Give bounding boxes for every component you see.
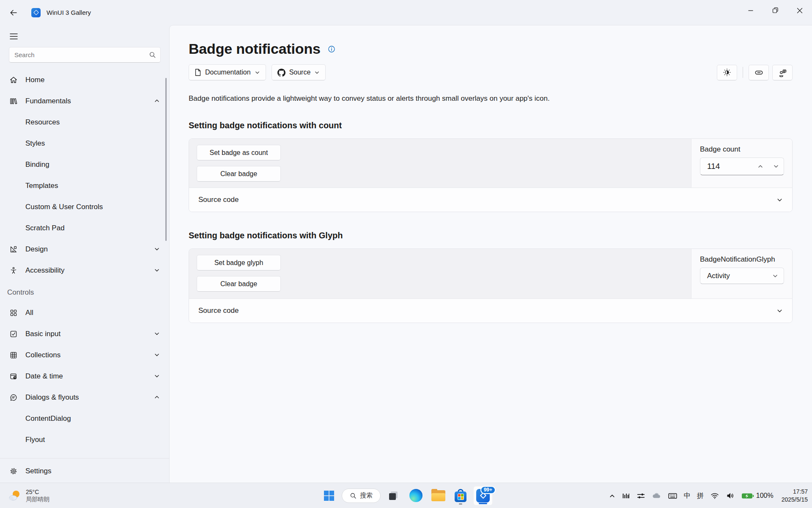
glyph-example-card: Set badge glyph Clear badge BadgeNotific… xyxy=(189,248,793,323)
clear-badge-button[interactable]: Clear badge xyxy=(197,166,281,182)
sidebar-item-styles[interactable]: Styles xyxy=(5,134,166,153)
sidebar-item-label: Styles xyxy=(25,139,45,148)
chevron-down-icon xyxy=(776,308,783,314)
sidebar-item-accessibility[interactable]: Accessibility xyxy=(5,261,166,280)
start-button[interactable] xyxy=(319,486,339,505)
battery-percent: 100% xyxy=(756,492,774,500)
sidebar-item-label: Home xyxy=(25,76,44,84)
sidebar-item-label: Basic input xyxy=(25,330,60,338)
accessibility-icon xyxy=(9,266,18,275)
feedback-button[interactable] xyxy=(772,65,793,80)
sidebar-item-label: Binding xyxy=(25,160,49,169)
sidebar-item-binding[interactable]: Binding xyxy=(5,155,166,174)
sidebar-item-label: ContentDialog xyxy=(25,414,71,423)
clock[interactable]: 17:57 2025/5/15 xyxy=(780,488,808,504)
count-source-code-expander[interactable]: Source code xyxy=(189,188,792,212)
sidebar-item-flyout[interactable]: Flyout xyxy=(5,430,166,450)
grid-icon xyxy=(9,351,18,359)
chevron-down-icon[interactable] xyxy=(154,373,160,379)
chevron-down-icon[interactable] xyxy=(154,331,160,337)
windows-logo-icon xyxy=(324,490,335,501)
clear-badge-button[interactable]: Clear badge xyxy=(197,276,281,292)
battery-icon xyxy=(741,492,754,500)
sidebar-item-home[interactable]: Home xyxy=(5,70,166,90)
close-button[interactable] xyxy=(787,0,812,21)
sidebar-item-scratch-pad[interactable]: Scratch Pad xyxy=(5,218,166,238)
sidebar-item-all[interactable]: All xyxy=(5,303,166,323)
winui-gallery-app-button[interactable]: 99+ xyxy=(473,486,493,505)
chevron-down-icon[interactable] xyxy=(154,267,160,273)
ime-mode-indicator[interactable]: 中 xyxy=(684,491,691,500)
glyph-source-code-expander[interactable]: Source code xyxy=(189,298,792,323)
copy-link-button[interactable] xyxy=(749,65,769,80)
edge-button[interactable] xyxy=(406,486,425,505)
set-badge-as-count-button[interactable]: Set badge as count xyxy=(197,145,281,160)
store-icon xyxy=(455,489,466,502)
chevron-down-icon[interactable] xyxy=(154,352,160,358)
tray-app-levels-icon[interactable] xyxy=(622,491,630,500)
sidebar-item-dialogs-flyouts[interactable]: Dialogs & flyouts xyxy=(5,388,166,407)
sidebar-item-date-time[interactable]: Date & time xyxy=(5,367,166,386)
badge-count-label: Badge count xyxy=(700,145,784,154)
sidebar-item-label: Fundamentals xyxy=(25,97,71,105)
minimize-button[interactable] xyxy=(738,0,763,21)
wifi-icon[interactable] xyxy=(710,491,719,500)
chevron-up-icon[interactable] xyxy=(154,394,160,400)
sidebar-item-settings[interactable]: Settings xyxy=(5,461,166,481)
sidebar-item-collections[interactable]: Collections xyxy=(5,345,166,365)
back-button[interactable] xyxy=(6,5,21,20)
search-input[interactable] xyxy=(9,51,146,58)
page-toolbar: Documentation Source xyxy=(189,64,793,80)
count-example-area: Set badge as count Clear badge xyxy=(189,139,691,188)
controls-section-header: Controls xyxy=(0,282,169,303)
sidebar-item-design[interactable]: Design xyxy=(5,240,166,259)
weather-widget[interactable]: 25°C 局部晴朗 xyxy=(4,483,53,508)
touch-keyboard-icon[interactable] xyxy=(668,491,678,501)
restore-button[interactable] xyxy=(763,0,787,21)
chevron-down-icon xyxy=(772,273,778,279)
chevron-down-icon[interactable] xyxy=(154,246,160,252)
volume-icon[interactable] xyxy=(726,491,735,500)
count-example-card: Set badge as count Clear badge Badge cou… xyxy=(189,138,793,212)
microsoft-store-button[interactable] xyxy=(451,486,470,505)
decrement-button[interactable] xyxy=(768,160,784,173)
source-dropdown[interactable]: Source xyxy=(272,64,326,80)
tray-chevron-up-icon[interactable] xyxy=(609,493,615,499)
sidebar-item-contentdialog[interactable]: ContentDialog xyxy=(5,409,166,428)
sidebar-item-basic-input[interactable]: Basic input xyxy=(5,324,166,344)
sidebar-item-templates[interactable]: Templates xyxy=(5,176,166,196)
file-explorer-button[interactable] xyxy=(428,486,448,505)
task-view-button[interactable] xyxy=(384,486,403,505)
ime-layout-indicator[interactable]: 拼 xyxy=(697,491,704,500)
taskbar-center: 搜索 99+ xyxy=(319,483,493,508)
set-badge-glyph-button[interactable]: Set badge glyph xyxy=(197,255,281,271)
sidebar-item-custom-user-controls[interactable]: Custom & User Controls xyxy=(5,197,166,217)
close-icon xyxy=(797,8,803,14)
documentation-dropdown[interactable]: Documentation xyxy=(189,64,266,80)
search-icon[interactable] xyxy=(146,51,159,58)
glyph-combobox[interactable]: Activity xyxy=(700,268,784,284)
calendar-clock-icon xyxy=(9,372,18,381)
task-view-icon xyxy=(387,490,399,502)
taskbar-search[interactable]: 搜索 xyxy=(342,489,381,503)
sidebar-item-label: Settings xyxy=(25,467,51,475)
info-icon[interactable] xyxy=(327,45,336,53)
system-tray: 中 拼 100% 17:57 2025/5/15 xyxy=(609,483,808,508)
tray-sliders-icon[interactable] xyxy=(636,491,645,500)
badge-count-value[interactable]: 114 xyxy=(700,162,752,171)
clock-time: 17:57 xyxy=(782,488,808,496)
restore-icon xyxy=(772,7,779,14)
nav-toggle-button[interactable] xyxy=(5,29,22,44)
battery-status[interactable]: 100% xyxy=(741,492,774,500)
sidebar-item-fundamentals[interactable]: Fundamentals xyxy=(5,91,166,111)
sidebar-item-resources[interactable]: Resources xyxy=(5,113,166,132)
weather-condition: 局部晴朗 xyxy=(26,496,49,503)
badge-count-numberbox[interactable]: 114 xyxy=(700,157,784,175)
glyph-example-area: Set badge glyph Clear badge xyxy=(189,249,691,298)
onedrive-cloud-icon[interactable] xyxy=(652,491,661,501)
sidebar-scrollbar[interactable] xyxy=(165,78,167,241)
theme-toggle-button[interactable] xyxy=(717,65,737,80)
increment-button[interactable] xyxy=(752,160,768,173)
chevron-up-icon[interactable] xyxy=(154,98,160,104)
link-icon xyxy=(754,68,763,77)
